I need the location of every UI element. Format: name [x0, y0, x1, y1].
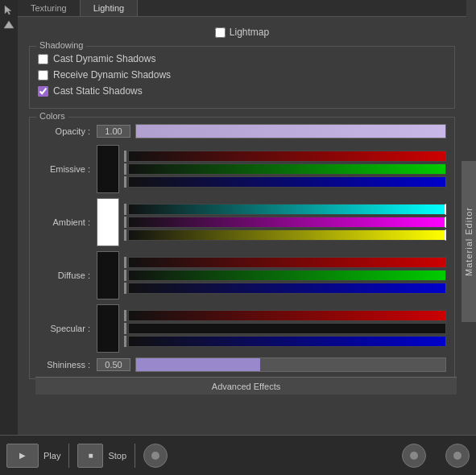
opacity-input[interactable]: [97, 125, 130, 138]
ambient-bar-magenta[interactable]: [128, 217, 446, 228]
extra-icon-1: [410, 452, 418, 460]
diffuse-bar-blue-tick: [124, 283, 126, 294]
receive-dynamic-checkbox[interactable]: [38, 70, 48, 81]
specular-bar-red-tick: [124, 310, 126, 321]
ambient-bar-cyan-tick: [124, 204, 126, 215]
ambient-swatch[interactable]: [97, 198, 119, 246]
play-label: Play: [43, 451, 60, 461]
diffuse-bar-red-tick: [124, 257, 126, 268]
diffuse-bar-blue-row: [124, 283, 446, 294]
toolbar-divider-1: [68, 444, 69, 468]
ambient-bar-magenta-tick: [124, 217, 126, 228]
diffuse-bar-red[interactable]: [128, 257, 446, 268]
diffuse-bars: [124, 257, 446, 294]
specular-bar-green-row: [124, 323, 446, 334]
diffuse-label: Diffuse :: [38, 271, 90, 280]
diffuse-bar-blue[interactable]: [128, 283, 446, 294]
ambient-bars: [124, 204, 446, 241]
emissive-row: Emissive :: [38, 145, 446, 193]
advanced-effects-bar[interactable]: Advanced Effects: [35, 377, 457, 394]
cursor-icon[interactable]: [2, 3, 15, 16]
top-tabs: Texturing Lighting: [18, 0, 466, 17]
diffuse-bar-green-row: [124, 270, 446, 281]
ambient-bar-cyan-row: [124, 204, 446, 215]
opacity-bar[interactable]: [135, 124, 446, 138]
colors-group-label: Colors: [36, 111, 68, 121]
specular-bar-blue[interactable]: [128, 336, 446, 347]
ambient-bar-cyan[interactable]: [128, 204, 446, 215]
shininess-input[interactable]: [97, 358, 130, 371]
emissive-bar-blue[interactable]: [128, 176, 446, 188]
record-button[interactable]: [143, 444, 168, 468]
ambient-bar-magenta-row: [124, 217, 446, 228]
cast-static-label: Cast Static Shadows: [53, 85, 143, 97]
cast-dynamic-checkbox[interactable]: [38, 54, 48, 64]
emissive-bar-blue-tick: [124, 176, 126, 188]
bottom-toolbar: ▶ Play ■ Stop: [0, 435, 476, 475]
lightmap-checkbox[interactable]: [215, 27, 226, 38]
ambient-bar-yellow-tick: [124, 229, 126, 241]
shininess-row: Shininess :: [38, 357, 446, 372]
diffuse-bar-red-row: [124, 257, 446, 268]
specular-swatch[interactable]: [97, 304, 119, 353]
diffuse-bar-green[interactable]: [128, 270, 446, 281]
shininess-bar[interactable]: [135, 357, 446, 372]
tab-lighting[interactable]: Lighting: [81, 0, 139, 16]
main-content: Texturing Lighting Lightmap Shadowing Ca…: [18, 0, 466, 435]
emissive-bar-green[interactable]: [128, 163, 446, 175]
specular-label: Specular :: [38, 324, 90, 333]
ambient-row: Ambient :: [38, 198, 446, 246]
receive-dynamic-row: Receive Dynamic Shadows: [38, 69, 446, 81]
receive-dynamic-label: Receive Dynamic Shadows: [53, 69, 171, 81]
advanced-effects-label: Advanced Effects: [212, 382, 280, 391]
emissive-bar-green-tick: [124, 163, 126, 175]
cast-dynamic-row: Cast Dynamic Shadows: [38, 53, 446, 64]
cast-static-checkbox[interactable]: [38, 86, 48, 97]
specular-bar-blue-tick: [124, 336, 126, 347]
ambient-bar-yellow[interactable]: [128, 229, 446, 241]
diffuse-swatch[interactable]: [97, 251, 119, 299]
cast-dynamic-label: Cast Dynamic Shadows: [53, 53, 155, 64]
extra-button-1[interactable]: [402, 444, 426, 468]
specular-bar-green-tick: [124, 323, 126, 334]
material-editor-label: Material Editor: [464, 207, 474, 276]
shininess-label: Shininess :: [38, 360, 90, 370]
stop-label: Stop: [108, 451, 126, 461]
emissive-bars: [124, 151, 446, 188]
emissive-swatch[interactable]: [97, 145, 119, 193]
tab-texturing[interactable]: Texturing: [18, 0, 81, 16]
arrow-icon[interactable]: [2, 19, 15, 32]
opacity-row: Opacity :: [38, 124, 446, 138]
specular-bar-green[interactable]: [128, 323, 446, 334]
material-editor-panel[interactable]: Material Editor: [462, 161, 476, 322]
emissive-bar-red[interactable]: [128, 151, 446, 162]
extra-button-2[interactable]: [445, 444, 470, 468]
specular-bar-red-row: [124, 310, 446, 321]
content-area: Lightmap Shadowing Cast Dynamic Shadows …: [18, 17, 466, 403]
specular-bar-red[interactable]: [128, 310, 446, 321]
toolbar-divider-2: [135, 444, 135, 468]
emissive-bar-blue-row: [124, 176, 446, 188]
emissive-bar-green-row: [124, 163, 446, 175]
specular-bars: [124, 310, 446, 347]
diffuse-bar-green-tick: [124, 270, 126, 281]
cast-static-row: Cast Static Shadows: [38, 85, 446, 97]
shadowing-group: Shadowing Cast Dynamic Shadows Receive D…: [29, 46, 455, 109]
emissive-bar-red-tick: [124, 151, 126, 162]
diffuse-row: Diffuse :: [38, 251, 446, 299]
opacity-label: Opacity :: [38, 126, 90, 136]
shadowing-group-label: Shadowing: [36, 40, 86, 50]
svg-marker-1: [4, 21, 14, 28]
ambient-bar-yellow-row: [124, 229, 446, 241]
play-button[interactable]: ▶: [6, 444, 39, 468]
specular-bar-blue-row: [124, 336, 446, 347]
lightmap-label: Lightmap: [230, 27, 269, 38]
extra-icon-2: [453, 452, 462, 460]
emissive-bar-red-row: [124, 151, 446, 162]
record-icon: [151, 452, 159, 460]
specular-row: Specular :: [38, 304, 446, 353]
stop-button[interactable]: ■: [77, 444, 103, 468]
lightmap-row: Lightmap: [29, 27, 455, 38]
svg-marker-0: [5, 6, 11, 14]
ambient-label: Ambient :: [38, 217, 90, 227]
